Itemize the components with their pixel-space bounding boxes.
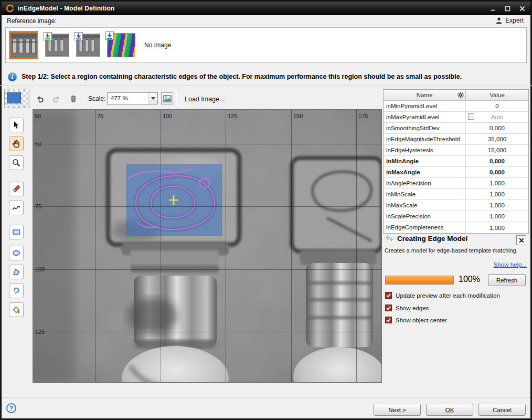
parameter-row[interactable]: inMaxAngle 0,000 [384,167,528,178]
parameter-row[interactable]: inEdgeMagnitudeThreshold 35,000 [384,134,528,145]
rectangle-icon [12,227,21,237]
refresh-button[interactable]: Refresh [488,274,526,286]
x-tick: 100 [163,113,172,119]
next-button[interactable]: Next > [374,404,421,416]
image-canvas[interactable]: 50 75 100 125 150 175 50 75 100 125 [33,109,382,383]
parameter-value[interactable]: 1,000 [466,211,528,222]
polygon-region-tool-button[interactable] [9,265,24,279]
y-tick: 50 [35,141,41,147]
show-help-link[interactable]: Show help... [494,261,527,268]
thumbnail-import[interactable] [76,34,100,57]
parameter-value[interactable]: 35,000 [466,134,528,144]
grid-line [33,206,381,207]
parameter-row[interactable]: inMinAngle 0,000 [384,156,528,167]
delete-region-button[interactable] [66,91,81,106]
y-tick: 100 [35,266,45,272]
parameter-value[interactable]: 1,000 [466,222,528,233]
thumbnail-reference-selected[interactable] [9,31,38,59]
parameter-row[interactable]: inAnglePrecision 1,000 [384,178,528,189]
scale-value: 477 % [108,93,148,104]
parameter-grid-header: Name Value [384,90,528,101]
parameter-value[interactable]: 0,000 [466,167,528,177]
footer-separator [2,397,530,398]
thumbnail-preview-colored[interactable] [107,33,135,57]
parameter-row[interactable]: inEdgeHysteresis 15,000 [384,145,528,156]
parameter-row[interactable]: inSmoothingStdDev 0,000 [384,123,528,134]
maximize-icon [505,6,510,12]
checkbox-checked[interactable] [385,304,392,311]
parameter-value[interactable]: 1,000 [466,189,528,200]
parameter-row[interactable]: inEdgeCompleteness 1,000 [384,222,528,233]
toolbar-separator [83,91,83,107]
progress-percent: 100% [459,275,480,284]
combo-dropdown-arrow[interactable] [148,93,157,104]
cursor-tool-button[interactable] [9,118,24,132]
panel-title: Creating Edge Model [397,235,467,243]
erase-tool-button[interactable] [9,182,24,196]
option-show-edges[interactable]: Show edges [385,304,429,311]
parameter-row[interactable]: inMinScale 1,000 [384,189,528,200]
title-bar[interactable]: inEdgeModel - Model Definition [2,2,530,15]
rectangle-region-tool-button[interactable] [9,225,24,239]
parameter-row[interactable]: inScalePrecision 1,000 [384,211,528,222]
parameter-row[interactable]: inMaxPyramidLevel Auto [384,112,528,123]
redo-icon [52,94,61,103]
option-show-object-center[interactable]: Show object center [385,317,447,323]
parameter-value[interactable]: 0,000 [466,156,528,166]
parameter-row[interactable]: inMaxScale 1,000 [384,200,528,211]
magnifier-icon [12,158,21,167]
load-image-button[interactable]: Load Image... [182,95,228,103]
maximize-button[interactable] [503,5,512,12]
trash-icon [69,94,78,103]
reference-image-list: No image [5,27,527,63]
close-icon [519,6,525,12]
undo-button[interactable] [33,91,47,106]
ellipse-region-tool-button[interactable] [9,246,24,260]
freehand-line-tool-button[interactable] [9,201,24,215]
fill-region-tool-button[interactable] [9,302,24,317]
checkbox-checked[interactable] [385,317,392,323]
close-icon [519,238,524,243]
grid-line [95,110,95,382]
panel-close-button[interactable] [516,235,526,245]
fit-image-button[interactable] [161,92,173,104]
redo-button[interactable] [49,91,64,106]
parameter-value[interactable]: 0 [466,101,528,111]
close-button[interactable] [518,5,526,12]
canvas-image [33,110,381,382]
zoom-tool-button[interactable] [9,155,24,170]
paste-image-icon [105,32,114,40]
info-icon: i [8,72,17,81]
parameter-value[interactable]: 0,000 [466,123,528,133]
parameter-value[interactable]: 15,000 [466,145,528,155]
pan-tool-button[interactable] [9,136,24,151]
checkbox-checked[interactable] [385,292,392,299]
x-tick: 175 [358,113,368,119]
parameter-value[interactable]: 1,000 [466,178,528,188]
auto-checkbox[interactable] [468,113,474,120]
y-tick: 75 [35,203,41,209]
parameter-row[interactable]: inMinPyramidLevel 0 [384,101,528,112]
current-primitive-button[interactable] [4,89,29,108]
thumbnail-load-image[interactable] [45,34,69,57]
option-update-preview[interactable]: Update preview after each modification [385,292,500,299]
scale-combobox[interactable]: 477 % [107,92,158,104]
fit-image-icon [163,95,172,102]
no-image-label: No image [144,41,171,49]
minimize-button[interactable] [488,5,497,12]
grid-line [356,110,357,382]
cancel-button[interactable]: Cancel [478,404,526,416]
panel-description: Creates a model for edge-based template … [385,247,523,254]
parameter-value[interactable]: Auto [466,112,528,122]
help-icon[interactable]: ? [6,403,16,413]
freeform-region-tool-button[interactable] [9,284,24,298]
parameter-value[interactable]: 1,000 [466,200,528,211]
ok-button[interactable]: OK [426,404,473,416]
hand-icon [12,139,21,149]
expert-toggle[interactable]: Expert [495,17,524,24]
roi-rectangle-icon [7,92,21,103]
toolbar-separator [176,91,177,107]
polygon-icon [12,267,21,277]
grid-line [33,144,381,144]
gear-icon[interactable] [457,91,464,102]
